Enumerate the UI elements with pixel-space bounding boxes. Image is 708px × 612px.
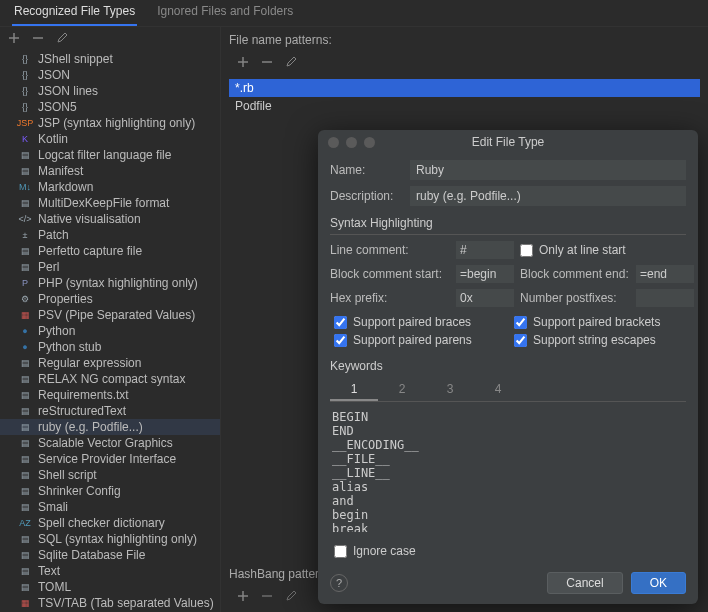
ignore-case-label: Ignore case (353, 544, 416, 558)
cancel-button[interactable]: Cancel (547, 572, 622, 594)
brackets-checkbox[interactable] (514, 316, 527, 329)
name-field[interactable] (410, 160, 686, 180)
filetype-item[interactable]: ±Patch (0, 227, 220, 243)
filetype-item[interactable]: PPHP (syntax highlighting only) (0, 275, 220, 291)
filetype-item[interactable]: KKotlin (0, 131, 220, 147)
keyword-item[interactable]: __LINE__ (330, 466, 686, 480)
filetype-item[interactable]: {}JSON lines (0, 83, 220, 99)
filetype-item[interactable]: {}JSON5 (0, 99, 220, 115)
filetype-item[interactable]: JSPJSP (syntax highlighting only) (0, 115, 220, 131)
filetype-item[interactable]: ▦PSV (Pipe Separated Values) (0, 307, 220, 323)
keyword-tab-2[interactable]: 2 (378, 379, 426, 401)
filetype-item[interactable]: ▤ruby (e.g. Podfile...) (0, 419, 220, 435)
hex-prefix-field[interactable] (456, 289, 514, 307)
doc-icon: ▤ (18, 164, 32, 178)
filetype-label: JSP (syntax highlighting only) (38, 116, 195, 130)
keyword-tab-3[interactable]: 3 (426, 379, 474, 401)
filetype-item[interactable]: {}JSON (0, 67, 220, 83)
only-line-start-checkbox[interactable] (520, 244, 533, 257)
remove-icon[interactable] (261, 590, 275, 604)
add-icon[interactable] (237, 56, 251, 70)
filetype-item[interactable]: ▤reStructuredText (0, 403, 220, 419)
pattern-list[interactable]: *.rbPodfile (229, 79, 700, 115)
filetype-item[interactable]: ▤Requirements.txt (0, 387, 220, 403)
edit-icon[interactable] (285, 56, 299, 70)
filetype-label: Perl (38, 260, 59, 274)
keyword-item[interactable]: break (330, 522, 686, 532)
parens-checkbox[interactable] (334, 334, 347, 347)
num-postfix-field[interactable] (636, 289, 694, 307)
keyword-item[interactable]: begin (330, 508, 686, 522)
keyword-item[interactable]: __FILE__ (330, 452, 686, 466)
filetype-tree[interactable]: {}JShell snippet{}JSON{}JSON lines{}JSON… (0, 51, 220, 612)
keyword-item[interactable]: alias (330, 480, 686, 494)
filetype-label: TOML (38, 580, 71, 594)
pattern-item[interactable]: Podfile (229, 97, 700, 115)
help-button[interactable]: ? (330, 574, 348, 592)
add-icon[interactable] (237, 590, 251, 604)
edit-icon[interactable] (56, 32, 70, 46)
keyword-item[interactable]: BEGIN (330, 410, 686, 424)
hex-prefix-label: Hex prefix: (330, 291, 450, 305)
filetype-item[interactable]: ▤Perfetto capture file (0, 243, 220, 259)
keyword-tab-4[interactable]: 4 (474, 379, 522, 401)
filetype-label: Logcat filter language file (38, 148, 171, 162)
edit-icon[interactable] (285, 590, 299, 604)
zoom-icon[interactable] (364, 137, 375, 148)
filetype-item[interactable]: ▤TOML (0, 579, 220, 595)
ok-button[interactable]: OK (631, 572, 686, 594)
name-label: Name: (330, 163, 402, 177)
filetype-item[interactable]: ⚙Properties (0, 291, 220, 307)
minimize-icon[interactable] (346, 137, 357, 148)
filetype-item[interactable]: ▤Sqlite Database File (0, 547, 220, 563)
block-start-field[interactable] (456, 265, 514, 283)
filetype-label: ruby (e.g. Podfile...) (38, 420, 143, 434)
close-icon[interactable] (328, 137, 339, 148)
braces-checkbox[interactable] (334, 316, 347, 329)
tab-ignored[interactable]: Ignored Files and Folders (155, 0, 295, 26)
keyword-item[interactable]: END (330, 424, 686, 438)
filetype-item[interactable]: ●Python (0, 323, 220, 339)
description-field[interactable] (410, 186, 686, 206)
pattern-item[interactable]: *.rb (229, 79, 700, 97)
keyword-tab-1[interactable]: 1 (330, 379, 378, 401)
filetype-item[interactable]: AZSpell checker dictionary (0, 515, 220, 531)
filetype-item[interactable]: </>Native visualisation (0, 211, 220, 227)
filetype-item[interactable]: M↓Markdown (0, 179, 220, 195)
filetype-item[interactable]: ▤Service Provider Interface (0, 451, 220, 467)
tab-recognized[interactable]: Recognized File Types (12, 0, 137, 26)
ignore-case-checkbox[interactable] (334, 545, 347, 558)
brace-icon: {} (18, 100, 32, 114)
escapes-checkbox[interactable] (514, 334, 527, 347)
block-end-field[interactable] (636, 265, 694, 283)
filetype-item[interactable]: ▤Shrinker Config (0, 483, 220, 499)
remove-icon[interactable] (32, 32, 46, 46)
doc-icon: ▤ (18, 484, 32, 498)
filetype-item[interactable]: ▤MultiDexKeepFile format (0, 195, 220, 211)
doc-icon: ▤ (18, 580, 32, 594)
filetype-item[interactable]: ▤Logcat filter language file (0, 147, 220, 163)
filetype-item[interactable]: ▤RELAX NG compact syntax (0, 371, 220, 387)
line-comment-field[interactable] (456, 241, 514, 259)
doc-icon: ▤ (18, 196, 32, 210)
filetype-label: JSON (38, 68, 70, 82)
filetype-item[interactable]: ▤Regular expression (0, 355, 220, 371)
keyword-list[interactable]: BEGINEND__ENCODING____FILE____LINE__alia… (330, 408, 686, 532)
filetype-item[interactable]: ▤Smali (0, 499, 220, 515)
filetype-item[interactable]: ▦TSV/TAB (Tab separated Values) (0, 595, 220, 611)
doc-icon: ▤ (18, 148, 32, 162)
filetype-item[interactable]: ▤SQL (syntax highlighting only) (0, 531, 220, 547)
filetype-item[interactable]: ▤Scalable Vector Graphics (0, 435, 220, 451)
keyword-item[interactable]: __ENCODING__ (330, 438, 686, 452)
filetype-item[interactable]: ●Python stub (0, 339, 220, 355)
add-icon[interactable] (8, 32, 22, 46)
parens-label: Support paired parens (353, 333, 472, 347)
filetype-item[interactable]: ▤Text (0, 563, 220, 579)
patch-icon: ± (18, 228, 32, 242)
filetype-item[interactable]: {}JShell snippet (0, 51, 220, 67)
filetype-item[interactable]: ▤Perl (0, 259, 220, 275)
filetype-item[interactable]: ▤Shell script (0, 467, 220, 483)
keyword-item[interactable]: and (330, 494, 686, 508)
filetype-item[interactable]: ▤Manifest (0, 163, 220, 179)
remove-icon[interactable] (261, 56, 275, 70)
